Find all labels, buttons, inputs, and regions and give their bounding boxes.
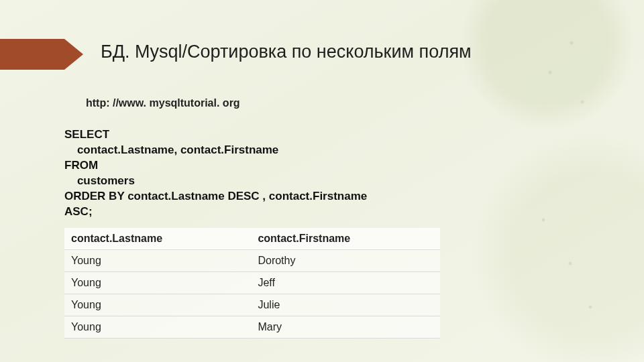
- table-header-row: contact.Lastname contact.Firstname: [64, 228, 440, 250]
- table-row: Young Mary: [64, 316, 440, 339]
- column-header: contact.Lastname: [64, 228, 251, 250]
- slide: БД. Mysql/Сортировка по нескольким полям…: [0, 0, 644, 362]
- cell-lastname: Young: [64, 294, 251, 316]
- sql-line: customers: [64, 174, 135, 187]
- sql-code: SELECT contact.Lastname, contact.Firstna…: [64, 127, 413, 220]
- cell-firstname: Jeff: [251, 272, 440, 294]
- decoration-vine: [490, 168, 624, 342]
- sql-line: FROM: [64, 159, 98, 172]
- cell-firstname: Mary: [251, 316, 440, 339]
- source-url: http: //www. mysqltutorial. org: [86, 97, 240, 109]
- cell-lastname: Young: [64, 250, 251, 272]
- page-title: БД. Mysql/Сортировка по нескольким полям: [101, 42, 472, 62]
- table-row: Young Jeff: [64, 272, 440, 294]
- table-row: Young Julie: [64, 294, 440, 316]
- decoration-vine: [496, 13, 604, 161]
- sql-line: SELECT: [64, 128, 109, 141]
- sql-line: ASC;: [64, 205, 93, 218]
- arrow-icon: [0, 39, 87, 70]
- sql-line: ORDER BY contact.Lastname DESC , contact…: [64, 190, 367, 202]
- cell-lastname: Young: [64, 316, 251, 339]
- cell-lastname: Young: [64, 272, 251, 294]
- result-table: contact.Lastname contact.Firstname Young…: [64, 228, 440, 339]
- sql-line: contact.Lastname, contact.Firstname: [64, 143, 278, 156]
- cell-firstname: Julie: [251, 294, 440, 316]
- column-header: contact.Firstname: [251, 228, 440, 250]
- cell-firstname: Dorothy: [251, 250, 440, 272]
- table-row: Young Dorothy: [64, 250, 440, 272]
